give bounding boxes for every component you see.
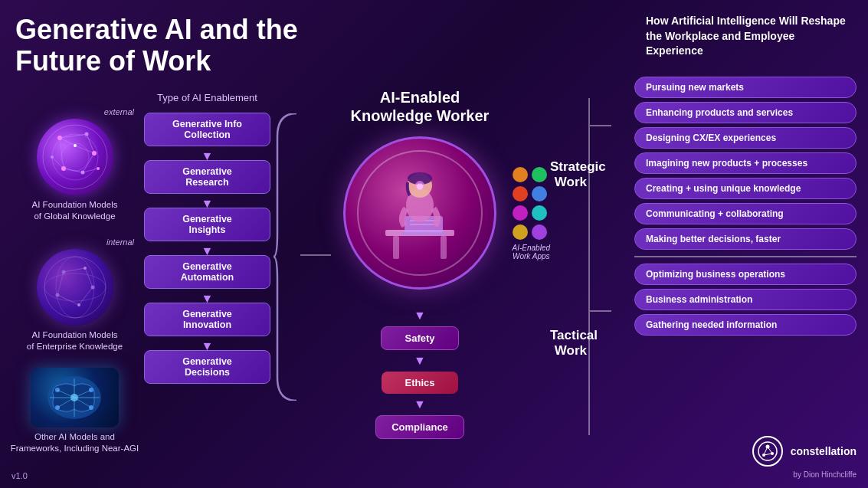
ai-type-automation: GenerativeAutomation <box>144 255 270 289</box>
main-title: Generative AI and the Future of Work <box>15 14 298 77</box>
globe-svg-enterprise <box>41 253 110 322</box>
right-item-optimizing: Optimizing business operations <box>634 264 857 285</box>
right-item-creating: Creating + using unique knowledge <box>634 178 857 199</box>
svg-line-18 <box>60 138 64 169</box>
dot-violet <box>532 224 547 240</box>
constellation-name: constellation <box>791 445 857 457</box>
dot-purple <box>513 205 528 221</box>
globe-svg-global <box>41 123 110 192</box>
dot-red <box>513 186 528 201</box>
work-apps-label: AI-EnabledWork Apps <box>513 244 550 260</box>
svg-line-16 <box>60 138 75 146</box>
title-line2: Future of Work <box>15 45 298 77</box>
h-line-1 <box>590 125 611 126</box>
bottom-items: ▼ Safety ▼ Ethics ▼ Compliance <box>305 309 535 443</box>
ai-type-info-collection: Generative InfoCollection <box>144 113 270 146</box>
model-globe-other <box>31 368 119 427</box>
center-column: AI-EnabledKnowledge Worker <box>305 88 535 443</box>
svg-line-14 <box>64 169 83 172</box>
worker-inner-circle <box>357 150 483 277</box>
h-line-tactical <box>590 310 611 312</box>
right-item-enhancing: Enhancing products and services <box>634 102 857 123</box>
ai-enablement-column: Type of AI Enablement Generative InfoCol… <box>144 92 270 390</box>
svg-point-22 <box>44 273 106 301</box>
svg-point-21 <box>56 257 94 318</box>
ai-type-innovation: GenerativeInnovation <box>144 303 270 336</box>
svg-line-63 <box>764 447 768 455</box>
brace-svg <box>274 113 300 401</box>
svg-line-31 <box>57 295 79 305</box>
work-apps-area: AI-EnabledWork Apps <box>513 167 550 260</box>
svg-line-28 <box>64 268 85 272</box>
svg-rect-47 <box>393 236 399 259</box>
dot-orange <box>513 167 528 182</box>
bottom-arrow-2: ▼ <box>414 355 426 367</box>
constellation-sub: by Dion Hinchcliffe <box>793 470 857 479</box>
right-item-admin: Business administration <box>634 289 857 310</box>
dot-blue <box>532 186 547 201</box>
ai-type-decisions: GenerativeDecisions <box>144 350 270 384</box>
model-globe-enterprise <box>37 249 113 326</box>
ethics-box: Ethics <box>382 372 457 394</box>
version-label: v1.0 <box>11 471 28 480</box>
ai-enablement-title: Type of AI Enablement <box>144 92 270 103</box>
bottom-arrow-3: ▼ <box>414 398 426 411</box>
right-item-communicating: Communicating + collaborating <box>634 203 857 224</box>
svg-line-15 <box>52 157 64 169</box>
strategic-label: StrategicWork <box>550 159 587 191</box>
model-item-other: Other AI Models andFrameworks, Including… <box>8 368 142 454</box>
worker-circle <box>343 136 496 290</box>
model-label-enterprise: AI Foundation Modelsof Enterprise Knowle… <box>8 329 142 352</box>
right-divider <box>634 256 857 257</box>
right-item-gathering: Gathering needed information <box>634 314 857 336</box>
constellation-circle-icon <box>752 436 783 467</box>
model-label-global: AI Foundation Modelsof Global Knowledge <box>8 199 142 222</box>
left-models-column: external <box>8 107 142 470</box>
worker-figure-svg <box>370 153 470 272</box>
worker-area: AI-EnabledWork Apps <box>343 136 496 301</box>
subtitle-text: How Artificial Intelligence Will Reshape… <box>646 15 846 57</box>
model-globe-global <box>37 119 113 195</box>
divider-line <box>588 98 590 435</box>
svg-line-11 <box>60 134 87 138</box>
svg-line-30 <box>79 287 93 305</box>
svg-rect-50 <box>401 232 445 235</box>
model-item-global: AI Foundation Modelsof Global Knowledge <box>8 119 142 222</box>
right-item-pursuing: Pursuing new markets <box>634 77 857 98</box>
constellation-logo: constellation by Dion Hinchcliffe <box>752 436 857 480</box>
bottom-arrow-1: ▼ <box>414 310 426 322</box>
constellation-icon-svg <box>757 441 778 462</box>
subtitle-box: How Artificial Intelligence Will Reshape… <box>646 14 853 59</box>
ai-type-insights: GenerativeInsights <box>144 208 270 241</box>
brain-svg <box>34 371 115 424</box>
internal-label: internal <box>8 237 142 247</box>
safety-box: Safety <box>381 326 458 350</box>
title-line1: Generative AI and the <box>15 14 298 45</box>
svg-rect-48 <box>441 236 447 259</box>
dot-teal <box>532 205 547 221</box>
dot-yellow <box>513 224 528 240</box>
svg-line-61 <box>768 447 772 454</box>
model-item-enterprise: AI Foundation Modelsof Enterprise Knowle… <box>8 249 142 352</box>
right-column: Pursuing new markets Enhancing products … <box>634 77 857 339</box>
right-item-decisions: Making better decisions, faster <box>634 228 857 250</box>
model-label-other: Other AI Models andFrameworks, Including… <box>8 431 142 454</box>
kw-title: AI-EnabledKnowledge Worker <box>305 88 535 125</box>
svg-point-1 <box>52 134 98 180</box>
dot-green <box>532 167 547 182</box>
svg-point-20 <box>44 257 106 318</box>
tactical-label: TacticalWork <box>550 328 587 359</box>
external-label: external <box>8 107 142 116</box>
svg-point-2 <box>61 143 89 171</box>
ai-type-research: GenerativeResearch <box>144 160 270 194</box>
right-item-imagining: Imagining new products + processes <box>634 152 857 174</box>
right-item-designing: Designing CX/EX experiences <box>634 127 857 149</box>
compliance-box: Compliance <box>375 415 464 439</box>
